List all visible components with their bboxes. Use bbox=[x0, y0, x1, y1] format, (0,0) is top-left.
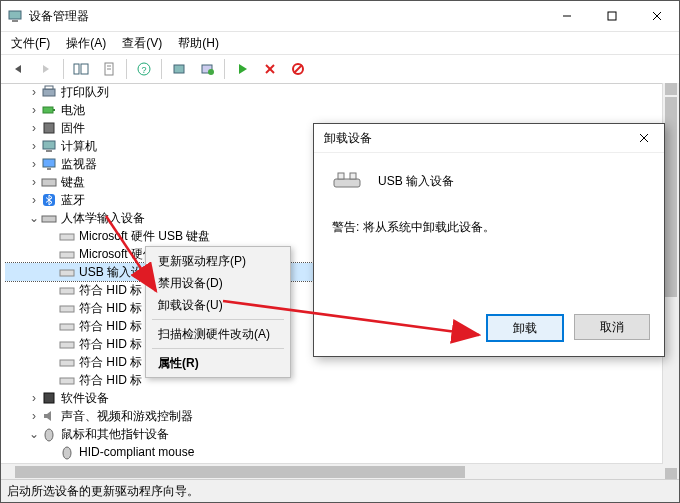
svg-rect-32 bbox=[60, 234, 74, 240]
dialog-title: 卸载设备 bbox=[324, 130, 624, 147]
status-text: 启动所选设备的更新驱动程序向导。 bbox=[7, 483, 199, 500]
svg-rect-40 bbox=[60, 378, 74, 384]
svg-rect-25 bbox=[43, 141, 55, 149]
svg-rect-23 bbox=[53, 109, 55, 111]
sound-icon bbox=[41, 408, 57, 424]
svg-rect-36 bbox=[60, 306, 74, 312]
svg-rect-35 bbox=[60, 288, 74, 294]
update-driver-button[interactable] bbox=[194, 56, 220, 82]
scan-button[interactable] bbox=[166, 56, 192, 82]
svg-rect-7 bbox=[81, 64, 88, 74]
forward-button[interactable] bbox=[33, 56, 59, 82]
hid-device-icon bbox=[59, 264, 75, 280]
uninstall-button[interactable] bbox=[257, 56, 283, 82]
minimize-button[interactable] bbox=[544, 1, 589, 31]
hid-device-icon bbox=[59, 372, 75, 388]
maximize-button[interactable] bbox=[589, 1, 634, 31]
tree-node-hid-mouse[interactable]: HID-compliant mouse bbox=[5, 443, 661, 461]
svg-rect-29 bbox=[42, 179, 56, 186]
tree-node-mouse[interactable]: ⌄鼠标和其他指针设备 bbox=[5, 425, 661, 443]
software-icon bbox=[41, 390, 57, 406]
tree-node-battery[interactable]: ›电池 bbox=[5, 101, 661, 119]
svg-rect-54 bbox=[350, 173, 356, 179]
status-bar: 启动所选设备的更新驱动程序向导。 bbox=[1, 479, 679, 502]
hid-device-icon bbox=[59, 318, 75, 334]
disable-button[interactable] bbox=[285, 56, 311, 82]
tree-node-software[interactable]: ›软件设备 bbox=[5, 389, 661, 407]
dialog-message: 警告: 将从系统中卸载此设备。 bbox=[332, 219, 646, 236]
menu-help[interactable]: 帮助(H) bbox=[172, 33, 225, 54]
svg-rect-28 bbox=[47, 168, 51, 170]
tree-node-print-queue[interactable]: ›打印队列 bbox=[5, 83, 661, 101]
svg-rect-27 bbox=[43, 159, 55, 167]
menu-action[interactable]: 操作(A) bbox=[60, 33, 112, 54]
tree-node-synaptics[interactable]: Synaptics Pointing Device bbox=[5, 461, 661, 462]
svg-rect-33 bbox=[60, 252, 74, 258]
close-button[interactable] bbox=[634, 1, 679, 31]
svg-point-42 bbox=[45, 429, 53, 441]
device-icon bbox=[332, 167, 364, 195]
svg-text:?: ? bbox=[141, 65, 146, 75]
hid-device-icon bbox=[59, 282, 75, 298]
mouse-icon bbox=[41, 426, 57, 442]
hid-device-icon bbox=[59, 354, 75, 370]
dialog-close-button[interactable] bbox=[624, 124, 664, 152]
show-hide-tree-button[interactable] bbox=[68, 56, 94, 82]
dialog-titlebar: 卸载设备 bbox=[314, 124, 664, 153]
menu-view[interactable]: 查看(V) bbox=[116, 33, 168, 54]
printer-icon bbox=[41, 84, 57, 100]
menu-disable-device[interactable]: 禁用设备(D) bbox=[148, 272, 288, 294]
menu-scan-hardware[interactable]: 扫描检测硬件改动(A) bbox=[148, 323, 288, 345]
app-icon bbox=[7, 8, 23, 24]
hid-device-icon bbox=[59, 336, 75, 352]
uninstall-confirm-button[interactable]: 卸载 bbox=[486, 314, 564, 342]
svg-rect-1 bbox=[12, 20, 18, 22]
horizontal-scrollbar[interactable] bbox=[1, 463, 663, 480]
svg-point-15 bbox=[208, 69, 214, 75]
svg-rect-3 bbox=[608, 12, 616, 20]
back-button[interactable] bbox=[5, 56, 31, 82]
svg-rect-34 bbox=[60, 270, 74, 276]
svg-rect-38 bbox=[60, 342, 74, 348]
svg-rect-52 bbox=[334, 179, 360, 187]
bluetooth-icon bbox=[41, 192, 57, 208]
dialog-device-name: USB 输入设备 bbox=[378, 173, 454, 190]
svg-rect-22 bbox=[43, 107, 53, 113]
svg-rect-26 bbox=[46, 150, 52, 152]
computer-icon bbox=[41, 138, 57, 154]
svg-line-19 bbox=[294, 65, 302, 73]
hid-device-icon bbox=[59, 300, 75, 316]
toolbar: ? bbox=[1, 55, 679, 84]
svg-rect-6 bbox=[74, 64, 79, 74]
menu-uninstall-device[interactable]: 卸载设备(U) bbox=[148, 294, 288, 316]
context-menu: 更新驱动程序(P) 禁用设备(D) 卸载设备(U) 扫描检测硬件改动(A) 属性… bbox=[145, 246, 291, 378]
cancel-button[interactable]: 取消 bbox=[574, 314, 650, 340]
svg-rect-0 bbox=[9, 11, 21, 19]
svg-rect-39 bbox=[60, 360, 74, 366]
mouse-icon bbox=[59, 444, 75, 460]
menu-file[interactable]: 文件(F) bbox=[5, 33, 56, 54]
svg-rect-13 bbox=[174, 65, 184, 73]
menubar: 文件(F) 操作(A) 查看(V) 帮助(H) bbox=[1, 32, 679, 55]
enable-button[interactable] bbox=[229, 56, 255, 82]
device-manager-window: 设备管理器 文件(F) 操作(A) 查看(V) 帮助(H) ? ›打印队列 bbox=[0, 0, 680, 503]
chip-icon bbox=[41, 120, 57, 136]
hid-device-icon bbox=[59, 246, 75, 262]
keyboard-icon bbox=[41, 174, 57, 190]
hid-device-icon bbox=[59, 228, 75, 244]
menu-update-driver[interactable]: 更新驱动程序(P) bbox=[148, 250, 288, 272]
hid-icon bbox=[41, 210, 57, 226]
tree-node-hid-compliant[interactable]: 符合 HID 标 bbox=[5, 371, 661, 389]
svg-rect-37 bbox=[60, 324, 74, 330]
svg-rect-21 bbox=[45, 86, 53, 89]
svg-rect-41 bbox=[44, 393, 54, 403]
properties-button[interactable] bbox=[96, 56, 122, 82]
menu-properties[interactable]: 属性(R) bbox=[148, 352, 288, 374]
tree-node-sound[interactable]: ›声音、视频和游戏控制器 bbox=[5, 407, 661, 425]
help-button[interactable]: ? bbox=[131, 56, 157, 82]
svg-rect-31 bbox=[42, 216, 56, 222]
svg-rect-53 bbox=[338, 173, 344, 179]
titlebar: 设备管理器 bbox=[1, 1, 679, 32]
svg-point-43 bbox=[63, 447, 71, 459]
battery-icon bbox=[41, 102, 57, 118]
